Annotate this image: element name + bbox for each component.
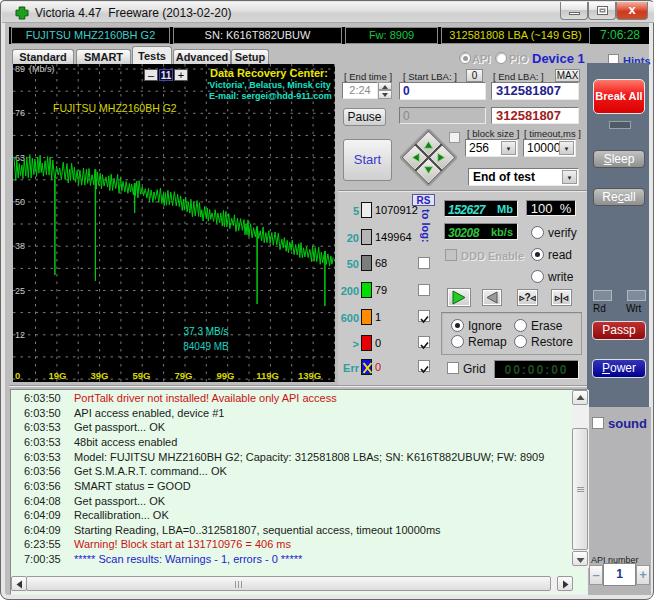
svg-text:(Mb/s): (Mb/s): [29, 64, 55, 74]
svg-text:139G: 139G: [298, 370, 321, 381]
svg-text:39G: 39G: [91, 370, 109, 381]
svg-text:119G: 119G: [256, 370, 279, 381]
svg-text:0: 0: [15, 370, 20, 381]
svg-text:38: 38: [15, 241, 25, 251]
svg-text:76: 76: [15, 108, 25, 118]
svg-text:50: 50: [15, 197, 25, 207]
svg-text:79G: 79G: [175, 370, 193, 381]
svg-text:25: 25: [15, 286, 25, 296]
svg-text:99G: 99G: [217, 370, 235, 381]
svg-text:12: 12: [15, 330, 25, 340]
svg-text:59G: 59G: [133, 370, 151, 381]
svg-text:89: 89: [15, 64, 25, 74]
svg-text:19G: 19G: [49, 370, 67, 381]
